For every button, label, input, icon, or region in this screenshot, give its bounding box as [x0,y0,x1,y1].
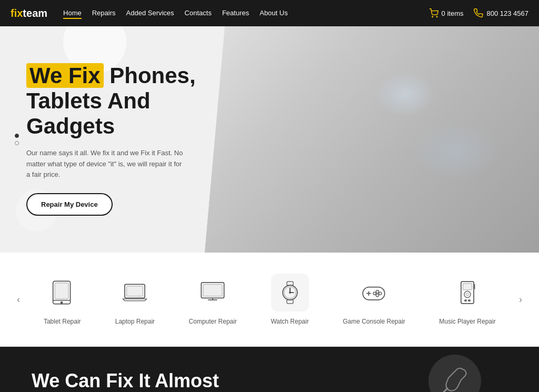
wrench-icon [439,365,471,392]
nav-features[interactable]: Features [222,8,249,19]
laptop-icon [121,279,148,306]
hero-background-image [205,26,539,253]
bottom-title: We Can Fix It Almost [32,370,402,392]
nav-contacts[interactable]: Contacts [185,8,212,19]
service-item-watch[interactable]: Watch Repair [263,268,316,330]
nav-repairs[interactable]: Repairs [92,8,116,19]
svg-point-51 [379,292,382,295]
phone-number: 800 123 4567 [486,9,528,17]
nav-added-services[interactable]: Added Services [126,8,174,19]
service-item-laptop[interactable]: Laptop Repair [107,268,163,330]
computer-icon-wrap [194,274,232,311]
svg-point-56 [464,291,471,297]
cart-area[interactable]: 0 items [429,8,464,18]
nav-home[interactable]: Home [63,8,82,19]
svg-point-52 [376,294,379,297]
phone-icon [474,8,483,18]
service-label-music-player: Music Player Repair [439,318,495,325]
services-section: ‹ Tablet Repair [0,253,539,347]
svg-rect-35 [127,286,143,296]
hero-title: We Fix Phones, Tablets And Gadgets [26,63,196,139]
hero-section: We Fix Phones, Tablets And Gadgets Our n… [0,26,539,253]
repair-cta-button[interactable]: Repair My Device [26,193,113,216]
svg-point-57 [466,293,468,296]
slider-dots [15,134,19,145]
logo[interactable]: fixteam [11,7,47,19]
svg-point-0 [432,16,433,17]
svg-rect-37 [203,284,222,296]
svg-line-62 [443,388,447,392]
navbar: fixteam Home Repairs Added Services Cont… [0,0,539,26]
svg-point-50 [376,290,379,293]
svg-rect-58 [465,300,466,301]
logo-suffix: team [23,7,47,19]
hero-subtitle: Our name says it all. We fix it and we F… [26,148,184,180]
carousel-next-button[interactable]: › [513,292,528,307]
service-item-gamepad[interactable]: Game Console Repair [335,268,413,330]
phone-area[interactable]: 800 123 4567 [474,8,528,18]
tablet-icon [48,279,76,306]
service-label-laptop: Laptop Repair [115,318,155,325]
service-label-tablet: Tablet Repair [44,318,81,325]
watch-icon [276,279,304,306]
gamepad-icon-wrap [355,274,393,311]
tool-icon-circle [428,355,481,392]
nav-about[interactable]: About Us [259,8,287,19]
logo-prefix: fix [11,7,23,19]
carousel-prev-button[interactable]: ‹ [11,292,26,307]
svg-point-46 [289,292,291,294]
svg-rect-55 [463,284,472,290]
laptop-icon-wrap [116,274,154,311]
service-item-tablet[interactable]: Tablet Repair [35,268,89,330]
cart-icon [429,8,438,18]
service-item-music-player[interactable]: Music Player Repair [431,268,503,330]
svg-point-1 [436,16,437,17]
nav-right: 0 items 800 123 4567 [429,8,528,18]
svg-rect-43 [286,300,293,304]
service-label-computer: Computer Repair [189,318,237,325]
service-label-gamepad: Game Console Repair [343,318,405,325]
monitor-icon [199,279,226,306]
nav-links: Home Repairs Added Services Contacts Fea… [63,8,429,19]
hero-title-highlight: We Fix [26,63,104,88]
hero-content: We Fix Phones, Tablets And Gadgets Our n… [0,63,222,216]
svg-point-32 [61,301,63,303]
cart-count: 0 items [442,9,464,17]
service-label-watch: Watch Repair [271,318,308,325]
music-player-icon [454,279,481,306]
services-list: Tablet Repair Laptop Repair [26,268,513,330]
gamepad-icon [360,279,387,306]
music-player-icon-wrap [448,274,486,311]
slider-dot-1[interactable] [15,134,19,138]
repair-scene-overlay [205,26,539,253]
slider-dot-2[interactable] [15,141,19,145]
bottom-section: We Can Fix It Almost [0,347,539,392]
watch-icon-wrap [271,274,309,311]
svg-rect-33 [55,283,68,299]
svg-rect-59 [468,300,470,301]
bottom-right-area [402,347,507,392]
svg-point-53 [374,292,376,295]
svg-rect-42 [286,282,293,285]
tablet-icon-wrap [43,274,81,311]
service-item-computer[interactable]: Computer Repair [181,268,245,330]
